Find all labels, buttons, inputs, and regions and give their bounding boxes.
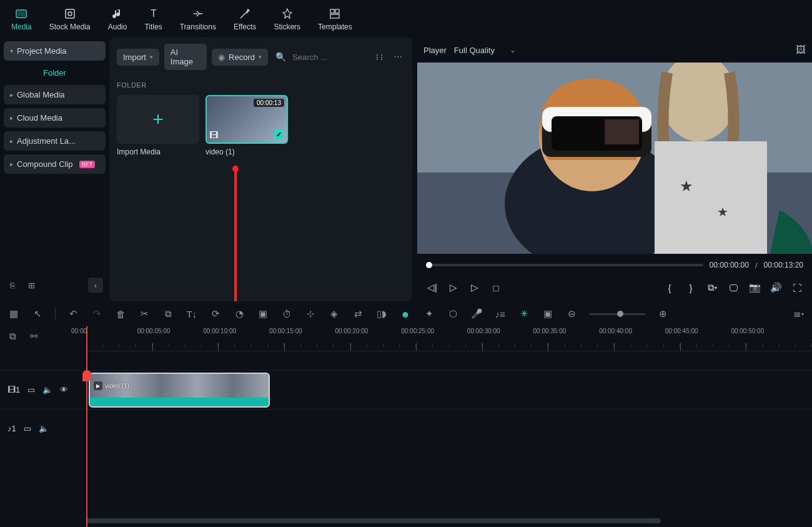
speed-icon[interactable]: ⟳ [209,308,222,320]
prev-frame-icon[interactable]: ◁| [426,281,438,294]
zoom-knob[interactable] [617,311,623,317]
mark-out-icon[interactable]: } [685,281,697,294]
record-button[interactable]: ◉Record▾ [212,49,268,66]
stock-media-icon [64,8,76,20]
crop-tool-icon[interactable]: ⧉ [162,308,174,320]
tab-transitions[interactable]: Transitions [174,4,222,35]
total-timecode: 00:00:13:20 [764,261,803,269]
delete-icon[interactable]: 🗑 [114,308,127,320]
snapshot-icon[interactable]: 📷 [748,281,761,294]
camera-icon[interactable]: ▯◗ [375,308,388,320]
tab-audio[interactable]: Audio [102,4,134,35]
audio-icon [111,8,124,20]
tag-icon[interactable]: ◈ [328,308,340,320]
svg-text:T: T [151,8,157,19]
svg-rect-15 [605,119,639,144]
progress-handle[interactable] [426,262,432,268]
ai-icon[interactable]: ☻ [399,308,412,320]
svg-rect-6 [335,9,339,13]
ai-image-button[interactable]: AI Image [164,44,207,70]
track-view-icon[interactable]: ≣▾ [792,308,805,320]
color-icon[interactable]: ◔ [233,308,245,320]
collapse-sidebar-button[interactable]: ‹ [88,278,103,293]
plus-icon: + [152,109,164,130]
mic-icon[interactable]: 🎤 [470,308,483,320]
track-mute-icon[interactable]: 🔈 [42,385,52,394]
layout-icon[interactable]: ▦ [7,308,20,320]
beta-badge: BET [79,161,96,168]
clip-audio-waveform [90,398,269,408]
text-tool-icon[interactable]: T↓ [186,308,198,320]
playhead[interactable] [86,326,87,527]
new-folder-icon[interactable]: ⎘ [6,279,19,291]
player-viewport[interactable]: ★ ★ [417,63,812,254]
trim-icon[interactable]: ⊹ [304,308,317,320]
sparkle-icon[interactable]: ✦ [423,308,435,320]
svg-point-3 [68,12,72,16]
transitions-icon [192,8,204,20]
zoom-slider[interactable] [589,313,645,315]
timeline-ruler[interactable]: 00:0000:00:05:0000:00:10:0000:00:15:0000… [86,326,812,351]
swap-icon[interactable]: ⇄ [352,308,364,320]
display-icon[interactable]: 🖵 [727,281,740,294]
import-media-tile[interactable]: + [117,95,199,144]
media-clip-video-1[interactable]: 00:00:13 🎞 ✓ [205,95,288,144]
sidebar-cloud-media[interactable]: Cloud Media [4,108,106,128]
timer-icon[interactable]: ⏱ [280,308,293,320]
play-next-icon[interactable]: ▷ [447,281,460,294]
timeline-scrollbar[interactable] [86,518,726,524]
tab-media[interactable]: Media [5,4,38,35]
tab-stock-media[interactable]: Stock Media [43,4,97,35]
player-quality-dropdown[interactable]: Full Quality [454,46,516,55]
tab-stickers[interactable]: Stickers [267,4,307,35]
zoom-out-icon[interactable]: ⊖ [565,308,578,320]
audio-track-icon[interactable]: ♪1 [7,424,16,433]
audio-mute-icon[interactable]: 🔈 [39,424,49,433]
timeline-clip-video-1[interactable]: ▶ video (1) [89,373,270,408]
effects-icon [239,8,251,20]
filter-icon[interactable]: ⫶⫶ [372,49,386,64]
mask-icon[interactable]: ▣ [257,308,269,320]
sidebar-adjustment-layer[interactable]: Adjustment La... [4,131,106,151]
stop-icon[interactable]: □ [490,281,502,294]
clip-duration: 00:00:13 [254,99,284,107]
mark-in-icon[interactable]: { [663,281,676,294]
fullscreen-icon[interactable]: ⛶ [791,281,803,294]
play-icon[interactable]: ▷ [468,281,481,294]
video-track-icon[interactable]: 🎞1 [7,385,20,394]
audio-folder-icon[interactable]: ▭ [24,424,31,433]
new-bin-icon[interactable]: ⊞ [25,279,37,291]
clip-name-label: video (1) [105,383,129,389]
crop-icon[interactable]: ⧉▾ [706,281,718,294]
zoom-in-icon[interactable]: ⊕ [656,308,669,320]
undo-icon[interactable]: ↶ [67,308,79,320]
import-button[interactable]: Import▾ [117,49,159,66]
render-icon[interactable]: ✳ [518,308,530,320]
audio-mix-icon[interactable]: ♪≡ [494,308,507,320]
redo-icon[interactable]: ↷ [91,308,103,320]
marker-icon[interactable]: ⬡ [447,308,459,320]
player-progress[interactable] [426,264,703,266]
sidebar-project-media[interactable]: ▾ Project Media [4,41,106,61]
search-input[interactable] [292,53,367,62]
cut-icon[interactable]: ✂ [138,308,151,320]
sidebar-global-media[interactable]: Global Media [4,85,106,104]
sidebar-compound-clip[interactable]: Compound ClipBET [4,154,106,174]
svg-text:★: ★ [717,205,728,219]
tab-templates[interactable]: Templates [312,4,359,35]
keyframe-icon[interactable]: ▣ [542,308,554,320]
track-visibility-icon[interactable]: 👁 [60,385,68,394]
media-panel: Import▾ AI Image ◉Record▾ 🔍 ⫶⫶ ⋯ FOLDER … [109,38,412,301]
search-icon[interactable]: 🔍 [273,49,289,64]
sidebar-folder-label[interactable]: Folder [4,64,106,81]
tab-effects[interactable]: Effects [227,4,262,35]
select-tool-icon[interactable]: ↖ [31,308,44,320]
gallery-icon[interactable]: 🖼 [796,44,806,56]
track-folder-icon[interactable]: ▭ [27,385,35,394]
tab-titles[interactable]: T Titles [138,4,168,35]
link-icon[interactable]: ⚯ [27,330,40,343]
volume-icon[interactable]: 🔊 [770,281,782,294]
player-panel: Player Full Quality 🖼 [417,38,812,301]
more-icon[interactable]: ⋯ [391,49,405,64]
magnet-icon[interactable]: ⧉ [6,330,19,343]
